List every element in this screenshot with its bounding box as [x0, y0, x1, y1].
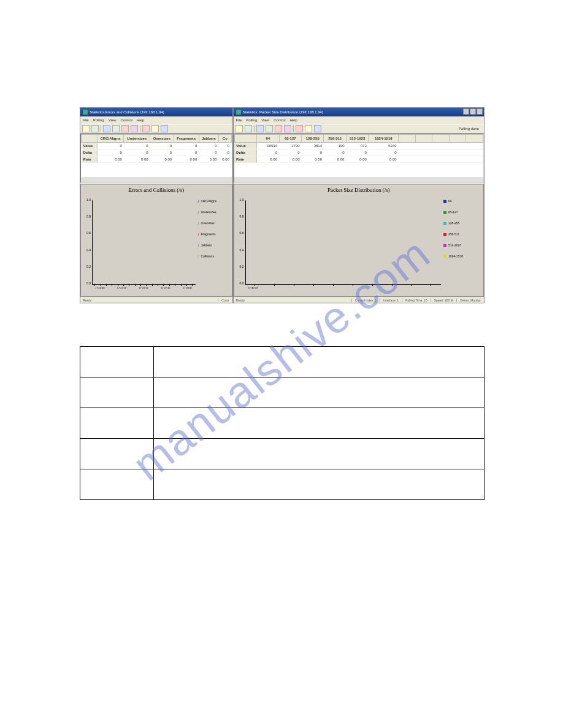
toolbar-button[interactable]: [151, 125, 159, 132]
status-speed: Speed: 100 M: [431, 298, 456, 302]
col-header[interactable]: 128-255: [302, 135, 324, 143]
cell: 0.00: [257, 156, 279, 163]
y-axis: 1.0 0.8 0.6 0.4 0.2 0.0: [83, 198, 91, 285]
legend-item: 64: [443, 199, 481, 203]
col-header[interactable]: Co: [219, 135, 231, 143]
maximize-button[interactable]: □: [470, 108, 476, 115]
y-tick: 1.0: [237, 198, 244, 202]
menu-polling[interactable]: Polling: [93, 118, 104, 122]
cell: 0: [174, 143, 199, 150]
toolbar-button[interactable]: [91, 125, 99, 132]
scrollbar[interactable]: [81, 177, 232, 182]
cell: 0: [324, 150, 346, 156]
toolbar-button[interactable]: [284, 125, 291, 132]
legend-label: Fragments: [201, 232, 216, 236]
col-header[interactable]: Oversizes: [150, 135, 174, 143]
toolbar-button[interactable]: [305, 125, 312, 132]
legend-label: 256-511: [448, 232, 459, 236]
titlebar[interactable]: Statistics:Errors and Collisions (192.16…: [80, 108, 232, 116]
cell: 0: [257, 150, 279, 156]
legend-label: Jabbers: [201, 243, 212, 247]
titlebar[interactable]: Statistics: Packet Size Distribution (19…: [234, 108, 484, 116]
minimize-button[interactable]: _: [463, 108, 469, 115]
table-row: [80, 377, 484, 408]
legend-item: 512-1023: [443, 243, 481, 247]
col-header[interactable]: 512-1023: [346, 135, 368, 143]
y-tick: 1.0: [83, 198, 91, 202]
table-header-row: CRC/Aligns Undersizes Oversizes Fragment…: [82, 135, 232, 143]
toolbar-button[interactable]: [236, 125, 243, 132]
cell: 0.00: [199, 156, 218, 163]
polling-status: Polling done: [459, 127, 482, 131]
data-table: CRC/Aligns Undersizes Oversizes Fragment…: [81, 134, 232, 163]
menu-file[interactable]: File: [83, 118, 89, 122]
toolbar-button[interactable]: [256, 125, 264, 132]
y-tick: 0.8: [237, 214, 244, 218]
toolbar-button[interactable]: [121, 125, 129, 132]
scrollbar[interactable]: [234, 177, 483, 182]
row-label: Value: [234, 143, 256, 150]
col-header[interactable]: Jabbers: [199, 135, 218, 143]
window-errors-collisions: Statistics:Errors and Collisions (192.16…: [80, 107, 233, 303]
chart-body: 1.0 0.8 0.6 0.4 0.2 0.0 17:30:43: [234, 195, 483, 296]
toolbar-button[interactable]: [161, 125, 168, 132]
col-header[interactable]: 1024-1518: [369, 135, 399, 143]
x-tick: 17:24:40: [95, 286, 105, 294]
legend-swatch-icon: /: [198, 200, 199, 203]
menu-control[interactable]: Control: [121, 118, 132, 122]
col-header[interactable]: 256-511: [324, 135, 346, 143]
data-table-wrap: 64 65-127 128-255 256-511 512-1023 1024-…: [234, 134, 484, 183]
menu-help[interactable]: Help: [289, 118, 297, 122]
cell: 5349: [369, 143, 399, 150]
toolbar-button[interactable]: [142, 125, 150, 132]
col-header[interactable]: Fragments: [174, 135, 199, 143]
menu-view[interactable]: View: [261, 118, 269, 122]
menu-polling[interactable]: Polling: [246, 118, 257, 122]
legend-item: 128-255: [443, 221, 481, 225]
close-button[interactable]: ×: [477, 108, 483, 115]
toolbar-separator: [140, 125, 140, 132]
y-tick: 0.2: [83, 265, 91, 268]
status-text: Ready: [80, 298, 94, 302]
cell: 0: [199, 143, 218, 150]
toolbar-button[interactable]: [112, 125, 120, 132]
toolbar-button[interactable]: [275, 125, 282, 132]
toolbar-button[interactable]: [266, 125, 273, 132]
cell: 0.00: [279, 156, 301, 163]
app-icon: [83, 110, 88, 115]
status-polling-time: Polling Time: 15: [402, 298, 431, 302]
col-header[interactable]: Undersizes: [124, 135, 150, 143]
toolbar-button[interactable]: [131, 125, 138, 132]
legend-label: Undersizes: [201, 210, 216, 214]
menu-control[interactable]: Control: [274, 118, 285, 122]
window-title: Statistics:Errors and Collisions (192.16…: [90, 108, 164, 116]
col-header[interactable]: 65-127: [279, 135, 301, 143]
legend-item: /Fragments: [198, 232, 229, 236]
toolbar-button[interactable]: [82, 125, 90, 132]
toolbar-button[interactable]: [245, 125, 252, 132]
table-row: Delta000000: [82, 150, 232, 156]
legend-label: 65-127: [448, 210, 458, 214]
col-header[interactable]: CRC/Aligns: [97, 135, 124, 143]
menu-help[interactable]: Help: [137, 118, 144, 122]
window-buttons: _ □ ×: [463, 108, 483, 115]
statusbar: Ready Contr: [80, 297, 232, 303]
row-label: Delta: [234, 150, 256, 156]
legend-item: /Undersizes: [198, 210, 229, 214]
y-axis: 1.0 0.8 0.6 0.4 0.2 0.0: [237, 198, 244, 285]
chart-legend: 64 65-127 128-255 256-511 512-1023 1024-…: [443, 195, 483, 296]
menu-view[interactable]: View: [109, 118, 117, 122]
table-row: [80, 469, 484, 500]
row-label: Delta: [82, 150, 98, 156]
y-tick: 0.4: [83, 248, 91, 252]
x-axis: 17:24:40 17:25:16 17:26:11 17:27:42 17:2…: [92, 286, 196, 294]
toolbar-button[interactable]: [103, 125, 110, 132]
toolbar-button[interactable]: [314, 125, 321, 132]
col-header[interactable]: 64: [257, 135, 279, 143]
status-owner: Owner: Monitor: [456, 298, 484, 302]
legend-label: 128-255: [448, 221, 459, 225]
table-row: Rate0.000.000.000.000.000.00: [82, 156, 232, 163]
menu-file[interactable]: File: [236, 118, 242, 122]
status-text: Ready: [234, 298, 247, 302]
toolbar-button[interactable]: [296, 125, 303, 132]
